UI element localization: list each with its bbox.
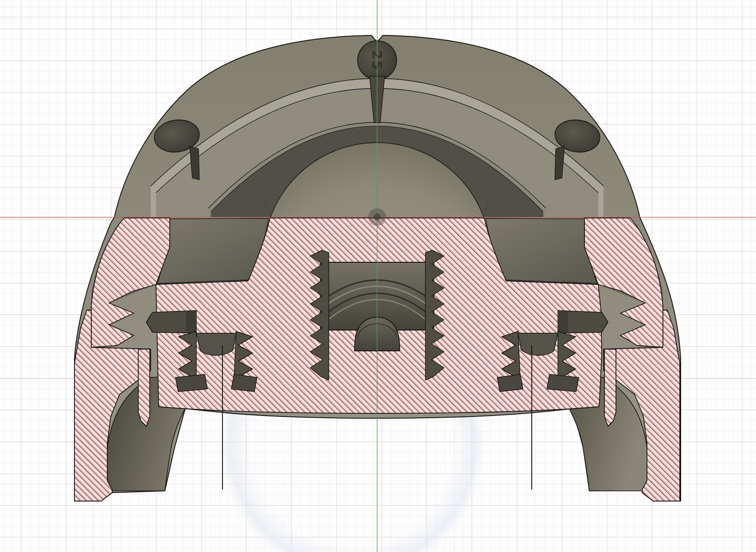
side-bore-left-foot-b — [231, 374, 257, 392]
design-canvas[interactable]: 25 — [0, 0, 756, 552]
side-bore-right-foot-b — [497, 374, 523, 392]
side-bore-right-wedge — [518, 333, 558, 355]
side-bore-left-foot-a — [175, 374, 207, 392]
section-right-column — [604, 349, 616, 426]
side-bore-right-foot-a — [547, 374, 579, 392]
section-left-column — [138, 349, 150, 426]
side-bore-left-wedge — [196, 333, 236, 355]
cad-viewport[interactable]: 25 — [0, 0, 756, 552]
origin-point-core — [374, 214, 381, 221]
